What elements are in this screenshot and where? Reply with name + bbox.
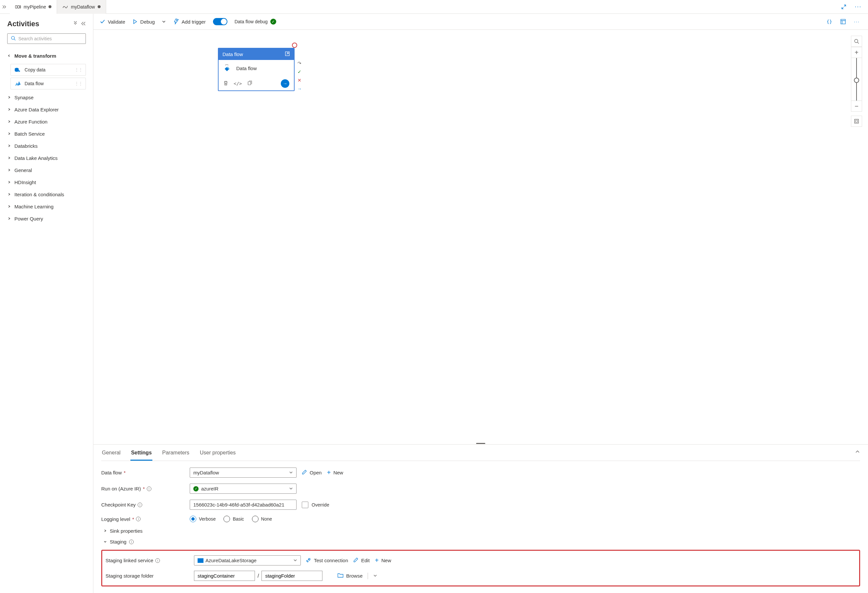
debug-button[interactable]: Debug: [132, 19, 155, 25]
sink-properties-toggle[interactable]: Sink properties: [101, 528, 860, 534]
chevron-right-icon: [7, 143, 12, 149]
dataflow-select[interactable]: myDataflow: [190, 468, 297, 478]
zoom-out-icon[interactable]: −: [851, 100, 862, 112]
pipeline-canvas[interactable]: + − Data flow Da: [93, 30, 868, 442]
edit-button[interactable]: Edit: [353, 557, 370, 563]
add-trigger-button[interactable]: Add trigger: [173, 19, 205, 25]
activity-label: Data flow: [25, 81, 44, 86]
json-icon[interactable]: {}: [825, 17, 834, 26]
chevron-right-icon: [7, 155, 12, 161]
fit-icon[interactable]: [851, 116, 862, 127]
search-input[interactable]: [7, 33, 86, 44]
plus-icon: +: [327, 469, 331, 476]
collapse-chevrons-icon[interactable]: [73, 21, 78, 27]
info-icon[interactable]: i: [129, 540, 134, 544]
info-icon[interactable]: i: [137, 503, 142, 507]
next-arrow-icon[interactable]: →: [281, 79, 289, 88]
category-label: Data Lake Analytics: [15, 155, 58, 161]
dirty-indicator-icon: [97, 5, 100, 8]
failure-icon[interactable]: ✕: [297, 77, 303, 83]
more-icon[interactable]: ···: [853, 2, 863, 12]
divider: [368, 573, 368, 579]
category-machine-learning[interactable]: Machine Learning: [7, 201, 86, 212]
category-batch-service[interactable]: Batch Service: [7, 128, 86, 140]
validate-button[interactable]: Validate: [100, 19, 125, 25]
info-icon[interactable]: i: [155, 558, 160, 563]
browse-dropdown[interactable]: [373, 573, 377, 578]
svg-rect-1: [18, 6, 19, 8]
category-azure-data-explorer[interactable]: Azure Data Explorer: [7, 103, 86, 116]
expand-left-icon[interactable]: [0, 4, 10, 9]
completion-icon[interactable]: →: [297, 86, 303, 92]
category-move-transform[interactable]: Move & transform: [7, 50, 86, 62]
pencil-icon: [302, 469, 307, 476]
category-hdinsight[interactable]: HDInsight: [7, 176, 86, 188]
category-general[interactable]: General: [7, 164, 86, 176]
expand-icon[interactable]: [839, 2, 848, 12]
new-button[interactable]: +New: [327, 469, 343, 476]
staging-ls-select[interactable]: AzureDataLakeStorage: [194, 555, 301, 565]
tab-user-properties[interactable]: User properties: [199, 450, 236, 461]
logging-none-radio[interactable]: None: [252, 516, 272, 522]
zoom-slider[interactable]: [851, 58, 862, 100]
open-button[interactable]: Open: [302, 469, 322, 476]
delete-icon[interactable]: [223, 81, 228, 87]
runon-select[interactable]: ✓azureIR: [190, 484, 297, 494]
category-synapse[interactable]: Synapse: [7, 91, 86, 103]
code-icon[interactable]: </>: [234, 81, 242, 86]
dataflow-node[interactable]: Data flow Data flow </> →: [218, 48, 295, 91]
zoom-in-icon[interactable]: +: [851, 47, 862, 58]
category-data-lake-analytics[interactable]: Data Lake Analytics: [7, 152, 86, 164]
staging-highlight: Staging linked service i AzureDataLakeSt…: [101, 550, 860, 586]
svg-rect-9: [855, 119, 859, 123]
new-ls-button[interactable]: +New: [375, 557, 391, 564]
clone-icon[interactable]: [247, 81, 252, 87]
checkpoint-input[interactable]: 1566023c-14b9-46fd-a53f-d42abad60a21: [190, 500, 297, 510]
open-external-icon[interactable]: [285, 51, 290, 58]
chevron-right-icon: [7, 131, 12, 137]
browse-button[interactable]: Browse: [338, 573, 362, 579]
tab-dataflow[interactable]: myDataflow: [57, 0, 106, 14]
collapse-panel-icon[interactable]: [855, 449, 860, 456]
tab-pipeline[interactable]: myPipeline: [10, 0, 57, 14]
info-icon[interactable]: i: [147, 487, 151, 491]
data-flow-icon: [14, 80, 21, 87]
logging-basic-radio[interactable]: Basic: [223, 516, 244, 522]
collapse-panel-icon[interactable]: [81, 21, 86, 27]
activity-data-flow[interactable]: Data flow ⋮⋮: [10, 78, 86, 90]
category-iteration-conditionals[interactable]: Iteration & conditionals: [7, 188, 86, 201]
success-icon[interactable]: ✓: [297, 69, 303, 75]
activity-copy-data[interactable]: Copy data ⋮⋮: [10, 64, 86, 76]
chevron-right-icon: [7, 119, 12, 124]
folder-icon: [338, 573, 343, 579]
category-label: Batch Service: [15, 131, 45, 137]
validation-error-icon: [292, 43, 297, 48]
more-icon[interactable]: ···: [852, 17, 861, 26]
category-power-query[interactable]: Power Query: [7, 212, 86, 225]
tab-general[interactable]: General: [101, 450, 121, 461]
sidebar-title: Activities: [7, 20, 39, 28]
runon-label: Run on (Azure IR): [101, 486, 141, 491]
debug-toggle[interactable]: [213, 18, 227, 25]
logging-verbose-radio[interactable]: Verbose: [190, 516, 216, 522]
debug-dropdown[interactable]: [162, 20, 166, 24]
tab-parameters[interactable]: Parameters: [162, 450, 190, 461]
category-azure-function[interactable]: Azure Function: [7, 116, 86, 128]
chevron-right-icon: [7, 216, 12, 221]
category-label: General: [15, 167, 32, 173]
override-checkbox[interactable]: [302, 502, 309, 508]
category-databricks[interactable]: Databricks: [7, 140, 86, 152]
properties-icon[interactable]: [838, 17, 848, 26]
drag-handle-icon: ⋮⋮: [74, 67, 82, 72]
redo-icon[interactable]: ↷: [297, 60, 303, 66]
pencil-icon: [353, 557, 359, 563]
tab-settings[interactable]: Settings: [130, 450, 152, 461]
checkpoint-label: Checkpoint Key: [101, 502, 136, 507]
staging-folder-input[interactable]: [261, 571, 322, 581]
info-icon[interactable]: i: [136, 517, 140, 521]
staging-container-input[interactable]: [194, 571, 255, 581]
test-connection-button[interactable]: Test connection: [306, 557, 348, 563]
staging-toggle[interactable]: Staging i: [101, 539, 860, 544]
zoom-search-icon[interactable]: [851, 36, 862, 47]
svg-rect-10: [856, 120, 858, 122]
